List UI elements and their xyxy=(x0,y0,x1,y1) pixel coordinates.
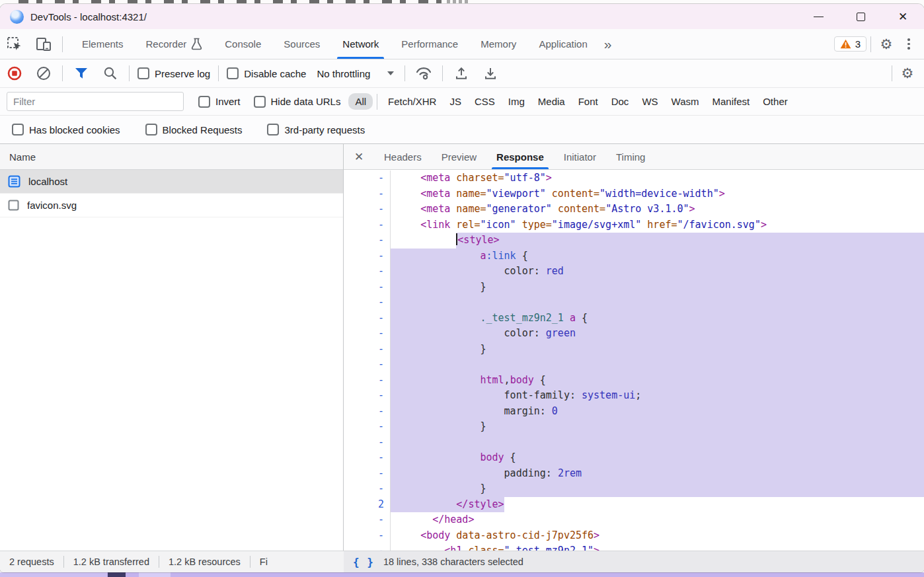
checkbox xyxy=(267,124,279,135)
code-line[interactable]: - xyxy=(344,435,924,451)
filter-type-all[interactable]: All xyxy=(348,93,373,110)
code-line[interactable]: - <meta name="viewport" content="width=d… xyxy=(344,186,924,202)
third-party-requests-checkbox[interactable]: 3rd-party requests xyxy=(263,124,369,135)
invert-checkbox[interactable]: Invert xyxy=(194,96,245,108)
tab-console[interactable]: Console xyxy=(213,29,272,59)
status-bar: 2 requests1.2 kB transferred1.2 kB resou… xyxy=(0,551,924,572)
throttling-dropdown[interactable]: No throttling xyxy=(310,68,401,79)
filter-type-ws[interactable]: WS xyxy=(635,93,664,110)
code-line[interactable]: - <meta charset="utf-8"> xyxy=(344,171,924,186)
filter-type-font[interactable]: Font xyxy=(572,93,605,110)
request-row-favicon-svg[interactable]: favicon.svg xyxy=(0,194,343,217)
pretty-print-icon[interactable]: { } xyxy=(353,556,374,568)
checkbox xyxy=(254,96,266,108)
tab-application[interactable]: Application xyxy=(527,29,598,59)
minimize-button[interactable] xyxy=(797,4,839,29)
tab-elements[interactable]: Elements xyxy=(71,29,135,59)
filter-type-media[interactable]: Media xyxy=(531,93,572,110)
network-settings-gear-icon[interactable]: ⚙ xyxy=(896,65,919,81)
code-line[interactable]: - color: green xyxy=(344,326,924,342)
disable-cache-checkbox[interactable]: Disable cache xyxy=(223,67,310,79)
blocked-requests-checkbox[interactable]: Blocked Requests xyxy=(141,124,247,135)
issue-count: 3 xyxy=(855,38,861,50)
has-blocked-cookies-checkbox[interactable]: Has blocked cookies xyxy=(8,124,124,135)
filter-type-img[interactable]: Img xyxy=(502,93,531,110)
code-line[interactable]: - xyxy=(344,357,924,373)
background-text-fragment xyxy=(447,0,469,3)
response-code-viewer[interactable]: - <meta charset="utf-8">- <meta name="vi… xyxy=(344,170,924,551)
maximize-icon xyxy=(857,13,865,21)
tab-network[interactable]: Network xyxy=(331,29,390,59)
inspect-element-icon[interactable] xyxy=(6,36,23,53)
code-line[interactable]: - <meta name="generator" content="Astro … xyxy=(344,202,924,217)
code-line[interactable]: - color: red xyxy=(344,264,924,280)
filter-input[interactable] xyxy=(7,92,184,111)
filter-type-css[interactable]: CSS xyxy=(468,93,502,110)
filter-type-other[interactable]: Other xyxy=(756,93,794,110)
filter-type-manifest[interactable]: Manifest xyxy=(706,93,757,110)
code-text: } xyxy=(391,342,924,358)
tab-recorder[interactable]: Recorder xyxy=(135,29,214,59)
code-text: font-family: system-ui; xyxy=(391,388,924,404)
line-number: - xyxy=(344,466,391,482)
code-line[interactable]: - <body data-astro-cid-j7pv25f6> xyxy=(344,528,924,544)
filter-type-wasm[interactable]: Wasm xyxy=(665,93,706,110)
code-text: </head> xyxy=(391,512,924,528)
more-tabs-icon[interactable]: » xyxy=(599,36,617,52)
code-line[interactable]: - </head> xyxy=(344,512,924,528)
clear-network-log-button[interactable] xyxy=(35,65,52,82)
issues-badge[interactable]: 3 xyxy=(834,36,866,52)
detail-tab-timing[interactable]: Timing xyxy=(606,144,655,169)
detail-tab-preview[interactable]: Preview xyxy=(432,144,486,169)
code-line[interactable]: 2 </style> xyxy=(344,497,924,513)
line-number: - xyxy=(344,202,391,217)
code-line[interactable]: - } xyxy=(344,280,924,295)
close-button[interactable]: ✕ xyxy=(882,4,924,29)
divider xyxy=(892,65,892,81)
settings-gear-icon[interactable]: ⚙ xyxy=(875,36,898,52)
tab-memory[interactable]: Memory xyxy=(469,29,527,59)
code-line[interactable]: - padding: 2rem xyxy=(344,466,924,482)
record-network-log-button[interactable] xyxy=(6,65,23,82)
code-line[interactable]: - } xyxy=(344,419,924,435)
export-har-icon[interactable] xyxy=(482,65,499,82)
tab-sources[interactable]: Sources xyxy=(272,29,331,59)
requests-name-column-header[interactable]: Name xyxy=(0,144,343,170)
hide-data-urls-checkbox[interactable]: Hide data URLs xyxy=(250,96,345,108)
divider xyxy=(442,65,443,81)
code-line[interactable]: - } xyxy=(344,481,924,497)
code-line[interactable]: - xyxy=(344,295,924,311)
code-line[interactable]: - <style> xyxy=(344,233,924,249)
code-line[interactable]: - font-family: system-ui; xyxy=(344,388,924,404)
import-har-icon[interactable] xyxy=(453,65,470,82)
code-line[interactable]: - a:link { xyxy=(344,249,924,264)
code-text xyxy=(391,295,924,311)
network-conditions-icon[interactable] xyxy=(415,65,432,82)
code-line[interactable]: - margin: 0 xyxy=(344,404,924,420)
request-row-localhost[interactable]: localhost xyxy=(0,170,343,194)
maximize-button[interactable] xyxy=(839,4,882,29)
detail-tab-initiator[interactable]: Initiator xyxy=(554,144,606,169)
code-line[interactable]: - html,body { xyxy=(344,373,924,389)
tab-performance[interactable]: Performance xyxy=(390,29,469,59)
code-line[interactable]: - body { xyxy=(344,450,924,466)
detail-tab-headers[interactable]: Headers xyxy=(374,144,432,169)
code-line[interactable]: - <h1 class="_test_mz9n2_1"> xyxy=(344,543,924,551)
code-line[interactable]: - } xyxy=(344,342,924,358)
filter-type-js[interactable]: JS xyxy=(443,93,468,110)
background-fragment xyxy=(0,572,107,577)
network-summary: 2 requests1.2 kB transferred1.2 kB resou… xyxy=(0,551,344,572)
code-line[interactable]: - <link rel="icon" type="image/svg+xml" … xyxy=(344,217,924,233)
detail-tab-response[interactable]: Response xyxy=(486,144,554,169)
filter-funnel-icon[interactable] xyxy=(73,65,90,82)
close-detail-icon[interactable]: ✕ xyxy=(344,150,374,164)
kebab-menu-icon[interactable] xyxy=(898,38,920,50)
line-number: - xyxy=(344,233,391,249)
filter-type-doc[interactable]: Doc xyxy=(605,93,636,110)
filter-type-fetch-xhr[interactable]: Fetch/XHR xyxy=(381,93,443,110)
code-line[interactable]: - ._test_mz9n2_1 a { xyxy=(344,311,924,327)
preserve-log-checkbox[interactable]: Preserve log xyxy=(134,67,214,79)
search-icon[interactable] xyxy=(102,65,119,82)
device-toolbar-icon[interactable] xyxy=(35,36,52,53)
line-number: - xyxy=(344,512,391,528)
